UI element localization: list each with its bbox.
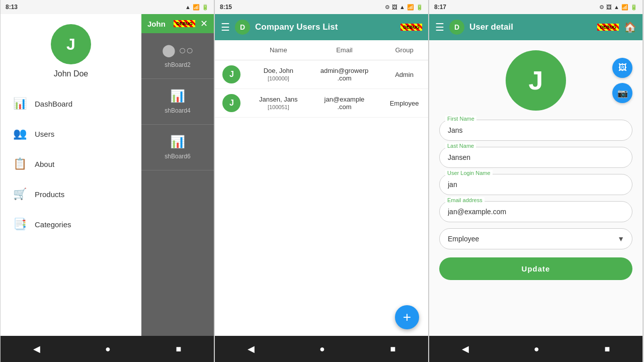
debug-badge: DEBUG bbox=[174, 20, 195, 27]
wifi-icon-2: ▲ bbox=[399, 4, 405, 10]
sidebar: J John Doe 📊 DashBoard 👥 Users 📋 About 🛒 bbox=[1, 14, 141, 336]
sidebar-item-categories[interactable]: 📑 Categories bbox=[1, 209, 141, 239]
wifi-icon: ▲ bbox=[185, 4, 191, 10]
signal-icon-3: 📶 bbox=[621, 4, 628, 11]
dash-label-3: shBoard6 bbox=[165, 153, 190, 160]
user-detail-content: J 🖼 📷 First Name Last Name User Login Na… bbox=[429, 40, 642, 336]
battery-icon-2: 🔋 bbox=[416, 4, 423, 11]
sidebar-label-users: Users bbox=[35, 130, 54, 138]
signal-icon: 📶 bbox=[193, 4, 200, 11]
dash-label-1: shBoard2 bbox=[165, 61, 190, 68]
recent-button-1[interactable]: ■ bbox=[172, 340, 185, 358]
last-name-field: Last Name bbox=[439, 147, 632, 168]
back-button-2[interactable]: ◀ bbox=[244, 339, 259, 358]
phone-2: 8:15 ⚙ 🖼 ▲ 📶 🔋 ☰ D Company Users List DE… bbox=[214, 0, 429, 362]
status-icons-1: ▲ 📶 🔋 bbox=[185, 4, 209, 11]
user-email-1: admin@growerp.com bbox=[308, 60, 380, 89]
sidebar-item-about[interactable]: 📋 About bbox=[1, 149, 141, 179]
status-bar-2: 8:15 ⚙ 🖼 ▲ 📶 🔋 bbox=[215, 0, 428, 14]
status-icons-3: ⚙ 🖼 ▲ 📶 🔋 bbox=[599, 4, 637, 11]
close-icon[interactable]: ✕ bbox=[200, 18, 208, 29]
app-header-2: ☰ D Company Users List DEBUG bbox=[215, 14, 428, 40]
avatar-actions: 🖼 📷 bbox=[612, 58, 632, 103]
phone-1: 8:13 ▲ 📶 🔋 J John Doe 📊 DashBoard 👥 User… bbox=[0, 0, 214, 362]
gallery-button[interactable]: 🖼 bbox=[612, 58, 632, 78]
home-button-3[interactable]: ● bbox=[530, 340, 543, 358]
sidebar-item-users[interactable]: 👥 Users bbox=[1, 119, 141, 149]
app-header-3: ☰ D User detail DEBUG 🏠 bbox=[429, 14, 642, 40]
camera-button[interactable]: 📷 bbox=[612, 83, 632, 103]
sidebar-label-dashboard: DashBoard bbox=[35, 100, 72, 108]
sidebar-label-categories: Categories bbox=[35, 220, 71, 229]
first-name-input[interactable] bbox=[439, 120, 632, 141]
first-name-label: First Name bbox=[445, 116, 476, 122]
avatar: J bbox=[51, 24, 91, 64]
dash-row-3: 📊 shBoard6 bbox=[141, 125, 214, 170]
login-name-input[interactable] bbox=[439, 174, 632, 195]
update-button[interactable]: Update bbox=[439, 257, 632, 280]
menu-items: 📊 DashBoard 👥 Users 📋 About 🛒 Products 📑 bbox=[1, 88, 141, 239]
login-name-label: User Login Name bbox=[445, 170, 493, 176]
users-table-container: Name Email Group J Doe, John[100000] adm… bbox=[215, 40, 428, 336]
about-icon: 📋 bbox=[11, 155, 29, 173]
image-icon-3: 🖼 bbox=[606, 4, 612, 10]
sidebar-label-about: About bbox=[35, 160, 54, 168]
battery-icon: 🔋 bbox=[202, 4, 209, 11]
settings-icon-2: ⚙ bbox=[385, 4, 390, 11]
hamburger-menu-icon-3[interactable]: ☰ bbox=[435, 21, 444, 33]
user-avatar-1: J bbox=[222, 65, 240, 83]
phone1-content: J John Doe 📊 DashBoard 👥 Users 📋 About 🛒 bbox=[1, 14, 214, 336]
back-button-1[interactable]: ◀ bbox=[29, 339, 44, 358]
dashboard-icon: 📊 bbox=[11, 95, 29, 113]
group-select[interactable]: Admin Employee Manager bbox=[439, 228, 632, 249]
recent-button-2[interactable]: ■ bbox=[386, 340, 399, 358]
col-name: Name bbox=[249, 40, 308, 60]
user-group-2: Employee bbox=[380, 89, 428, 118]
recent-button-3[interactable]: ■ bbox=[600, 340, 614, 358]
col-email: Email bbox=[308, 40, 380, 60]
image-icon-2: 🖼 bbox=[392, 4, 397, 10]
home-icon-3[interactable]: 🏠 bbox=[624, 21, 636, 33]
overlay-user-name: John bbox=[147, 20, 169, 28]
sidebar-item-products[interactable]: 🛒 Products bbox=[1, 179, 141, 209]
back-button-3[interactable]: ◀ bbox=[458, 339, 473, 358]
signal-icon-2: 📶 bbox=[407, 4, 414, 11]
add-user-button[interactable]: + bbox=[395, 305, 419, 329]
products-icon: 🛒 bbox=[11, 185, 29, 203]
hamburger-menu-icon[interactable]: ☰ bbox=[221, 21, 230, 33]
user-name-cell-2: Jansen, Jans[100051] bbox=[249, 89, 308, 118]
dash-cell-3[interactable]: 📊 shBoard6 bbox=[141, 125, 214, 170]
status-bar-1: 8:13 ▲ 📶 🔋 bbox=[1, 0, 214, 14]
user-group-1: Admin bbox=[380, 60, 428, 89]
status-time-2: 8:15 bbox=[220, 4, 232, 11]
status-time-3: 8:17 bbox=[434, 4, 446, 11]
email-input[interactable] bbox=[439, 201, 632, 222]
table-row[interactable]: J Doe, John[100000] admin@growerp.com Ad… bbox=[215, 60, 428, 89]
header-avatar-3: D bbox=[449, 20, 464, 35]
bar-chart-icon-2: 📊 bbox=[170, 135, 185, 149]
page-title-2: Company Users List bbox=[255, 22, 395, 32]
user-avatar-large: J bbox=[506, 50, 566, 111]
col-group: Group bbox=[380, 40, 428, 60]
settings-icon-3: ⚙ bbox=[599, 4, 604, 11]
phone-3: 8:17 ⚙ 🖼 ▲ 📶 🔋 ☰ D User detail DEBUG 🏠 J… bbox=[429, 0, 643, 362]
status-bar-3: 8:17 ⚙ 🖼 ▲ 📶 🔋 bbox=[429, 0, 642, 14]
wifi-icon-3: ▲ bbox=[614, 4, 619, 10]
user-avatar-2: J bbox=[222, 94, 240, 112]
table-row[interactable]: J Jansen, Jans[100051] jan@example.com E… bbox=[215, 89, 428, 118]
group-field: Admin Employee Manager ▼ bbox=[439, 228, 632, 249]
dash-cell-1[interactable]: ⬤ ○○ shBoard2 bbox=[141, 33, 214, 78]
bar-chart-icon-1: 📊 bbox=[170, 89, 185, 103]
user-form: First Name Last Name User Login Name Ema… bbox=[429, 116, 642, 292]
dash-cell-2[interactable]: 📊 shBoard4 bbox=[141, 79, 214, 124]
status-time-1: 8:13 bbox=[6, 4, 18, 11]
sidebar-item-dashboard[interactable]: 📊 DashBoard bbox=[1, 88, 141, 119]
overlay-header: John DEBUG ✕ bbox=[141, 14, 214, 33]
last-name-input[interactable] bbox=[439, 147, 632, 168]
user-email-2: jan@example.com bbox=[308, 89, 380, 118]
email-field: Email address bbox=[439, 201, 632, 222]
header-avatar-2: D bbox=[235, 20, 250, 35]
home-button-1[interactable]: ● bbox=[101, 340, 115, 358]
home-button-2[interactable]: ● bbox=[315, 340, 329, 358]
users-table: Name Email Group J Doe, John[100000] adm… bbox=[215, 40, 428, 118]
